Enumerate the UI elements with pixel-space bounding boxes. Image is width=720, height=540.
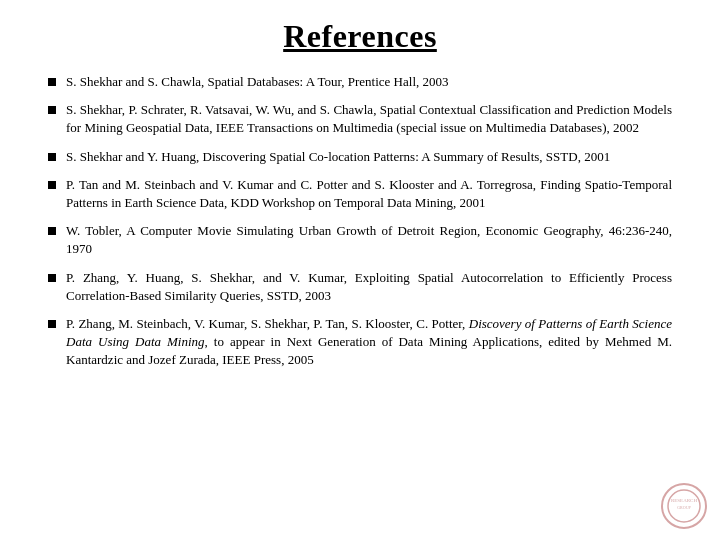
- list-item: S. Shekhar and Y. Huang, Discovering Spa…: [48, 148, 672, 166]
- bullet-icon: [48, 320, 56, 328]
- page-title: References: [48, 18, 672, 55]
- list-item: S. Shekhar and S. Chawla, Spatial Databa…: [48, 73, 672, 91]
- list-item: W. Tobler, A Computer Movie Simulating U…: [48, 222, 672, 258]
- reference-list: S. Shekhar and S. Chawla, Spatial Databa…: [48, 73, 672, 369]
- ref-text: W. Tobler, A Computer Movie Simulating U…: [66, 222, 672, 258]
- ref-text: S. Shekhar and Y. Huang, Discovering Spa…: [66, 148, 672, 166]
- list-item: P. Zhang, Y. Huang, S. Shekhar, and V. K…: [48, 269, 672, 305]
- italic-text: Discovery of Patterns of Earth Science D…: [66, 316, 672, 349]
- bullet-icon: [48, 181, 56, 189]
- ref-text: P. Zhang, Y. Huang, S. Shekhar, and V. K…: [66, 269, 672, 305]
- ref-text: P. Zhang, M. Steinbach, V. Kumar, S. She…: [66, 315, 672, 370]
- ref-text: S. Shekhar and S. Chawla, Spatial Databa…: [66, 73, 672, 91]
- list-item: P. Tan and M. Steinbach and V. Kumar and…: [48, 176, 672, 212]
- list-item: P. Zhang, M. Steinbach, V. Kumar, S. She…: [48, 315, 672, 370]
- bullet-icon: [48, 153, 56, 161]
- bullet-icon: [48, 274, 56, 282]
- page: References S. Shekhar and S. Chawla, Spa…: [0, 0, 720, 540]
- ref-text: P. Tan and M. Steinbach and V. Kumar and…: [66, 176, 672, 212]
- bullet-icon: [48, 106, 56, 114]
- svg-text:RESEARCH: RESEARCH: [671, 498, 698, 503]
- list-item: S. Shekhar, P. Schrater, R. Vatsavai, W.…: [48, 101, 672, 137]
- svg-text:GROUP: GROUP: [677, 505, 691, 510]
- bullet-icon: [48, 78, 56, 86]
- bullet-icon: [48, 227, 56, 235]
- watermark-icon: RESEARCH GROUP: [660, 482, 708, 530]
- ref-text: S. Shekhar, P. Schrater, R. Vatsavai, W.…: [66, 101, 672, 137]
